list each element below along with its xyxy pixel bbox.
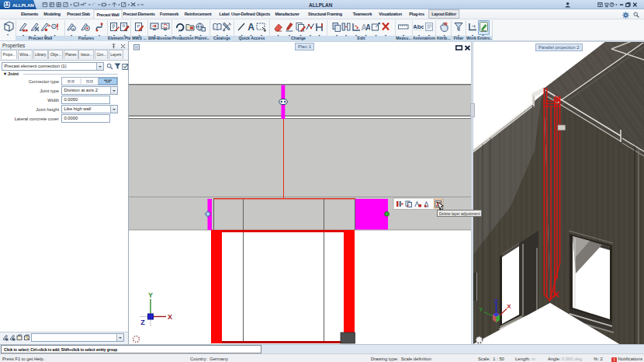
svg-text:Z: Z <box>140 318 145 326</box>
svg-text:?: ? <box>611 2 613 6</box>
svg-text:a: a <box>72 26 74 31</box>
svg-text:A: A <box>248 22 254 32</box>
svg-text:X: X <box>168 313 172 321</box>
svg-text:Y: Y <box>479 306 483 313</box>
svg-text:Abc: Abc <box>414 23 424 30</box>
svg-text:A: A <box>365 23 370 32</box>
svg-text:Z: Z <box>494 298 498 305</box>
svg-text:Y: Y <box>148 291 153 299</box>
svg-text:X: X <box>507 303 511 310</box>
svg-text:i: i <box>54 24 54 29</box>
